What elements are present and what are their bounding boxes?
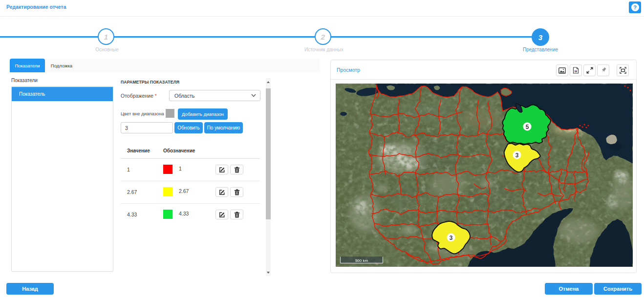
svg-text:3: 3 [515, 152, 519, 159]
svg-text:500 km: 500 km [355, 258, 368, 263]
svg-text:3: 3 [450, 235, 453, 241]
svg-text:w: w [574, 69, 578, 73]
svg-text:5: 5 [526, 124, 529, 130]
